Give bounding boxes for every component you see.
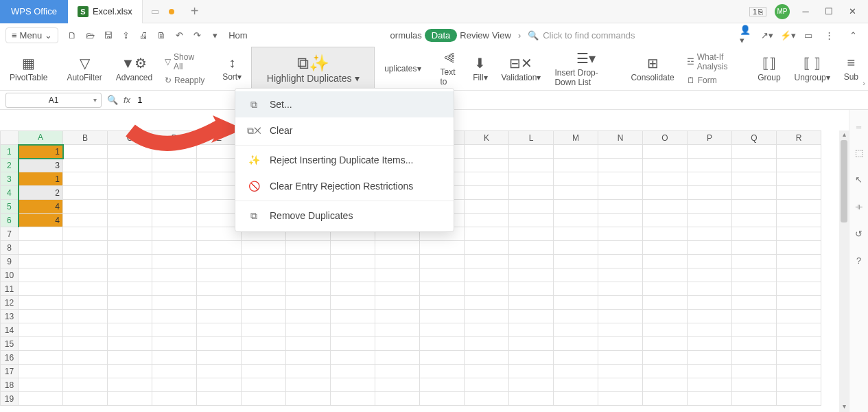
zoom-out-icon[interactable]: 🔍 <box>107 95 118 105</box>
cell[interactable] <box>420 392 465 406</box>
cell[interactable] <box>286 323 331 337</box>
column-header[interactable]: A <box>19 131 63 145</box>
cell[interactable] <box>688 365 732 378</box>
column-header[interactable]: B <box>63 131 108 145</box>
scroll-down-icon[interactable]: ▾ <box>839 402 849 412</box>
cell[interactable] <box>63 310 108 323</box>
cell[interactable] <box>286 255 331 268</box>
cell[interactable] <box>554 337 598 351</box>
cell[interactable] <box>63 159 108 172</box>
close-button[interactable]: ✕ <box>845 4 860 19</box>
cell[interactable] <box>286 365 331 378</box>
cell[interactable] <box>643 145 688 159</box>
cell[interactable] <box>643 172 688 186</box>
cell[interactable] <box>465 227 509 241</box>
menu-item-set[interactable]: ⧉ Set... <box>235 91 454 117</box>
cell[interactable] <box>63 351 108 365</box>
cell[interactable] <box>331 365 375 378</box>
window-count-badge[interactable]: 1⎘ <box>749 7 766 16</box>
cell[interactable] <box>554 172 598 186</box>
cell[interactable] <box>197 392 242 406</box>
cell[interactable] <box>643 310 688 323</box>
cell[interactable] <box>63 186 108 200</box>
vertical-scrollbar[interactable]: ▴ ▾ <box>839 130 849 412</box>
cell[interactable] <box>286 351 331 365</box>
cell[interactable] <box>19 378 63 392</box>
share-icon[interactable]: ↗▾ <box>760 28 774 42</box>
cell[interactable] <box>108 172 152 186</box>
open-icon[interactable]: 🗁 <box>83 28 97 42</box>
cell[interactable] <box>777 296 821 310</box>
reapply-button[interactable]: ↻ Reapply <box>162 74 207 87</box>
row-header[interactable]: 3 <box>1 172 19 186</box>
cell[interactable] <box>19 255 63 268</box>
cell[interactable] <box>777 310 821 323</box>
cell[interactable] <box>19 337 63 351</box>
cell[interactable] <box>465 255 509 268</box>
cell[interactable] <box>688 296 732 310</box>
row-header[interactable]: 9 <box>1 255 19 268</box>
cell[interactable] <box>598 268 643 282</box>
cell[interactable] <box>63 378 108 392</box>
cell[interactable] <box>509 378 554 392</box>
cell[interactable] <box>688 227 732 241</box>
cell[interactable] <box>152 268 197 282</box>
cell[interactable] <box>242 323 286 337</box>
cell[interactable] <box>643 337 688 351</box>
cell[interactable] <box>63 241 108 255</box>
cell[interactable] <box>63 337 108 351</box>
cell[interactable] <box>509 159 554 172</box>
cell[interactable] <box>19 282 63 296</box>
row-header[interactable]: 7 <box>1 227 19 241</box>
show-all-button[interactable]: ▽ Show All <box>162 51 207 73</box>
cell[interactable] <box>108 159 152 172</box>
select-tool-icon[interactable]: ⬚ <box>855 148 863 158</box>
cell[interactable] <box>152 200 197 214</box>
cell[interactable] <box>643 186 688 200</box>
cell[interactable] <box>688 172 732 186</box>
cell[interactable] <box>732 255 777 268</box>
cell[interactable] <box>554 268 598 282</box>
row-header[interactable]: 13 <box>1 310 19 323</box>
cell[interactable] <box>197 365 242 378</box>
column-header[interactable]: O <box>643 131 688 145</box>
cell[interactable] <box>688 255 732 268</box>
cell[interactable] <box>63 145 108 159</box>
cell[interactable] <box>777 282 821 296</box>
cell[interactable] <box>465 337 509 351</box>
cell[interactable] <box>509 145 554 159</box>
account-icon[interactable]: 👤▾ <box>740 28 753 42</box>
cell[interactable] <box>598 351 643 365</box>
row-header[interactable]: 5 <box>1 200 19 214</box>
cell[interactable] <box>19 268 63 282</box>
cell[interactable] <box>509 365 554 378</box>
cell[interactable] <box>63 323 108 337</box>
cell[interactable] <box>465 145 509 159</box>
column-header[interactable]: N <box>598 131 643 145</box>
menu-button[interactable]: ≡ Menu ⌄ <box>5 27 58 43</box>
cell[interactable] <box>732 365 777 378</box>
cell[interactable] <box>732 351 777 365</box>
tab-data[interactable]: Data <box>425 29 457 42</box>
app-badge[interactable]: WPS Office <box>0 0 68 23</box>
menu-item-clear[interactable]: ⧉✕ Clear <box>235 117 454 144</box>
cell[interactable] <box>643 255 688 268</box>
sort-button[interactable]: ↕ Sort▾ <box>218 52 246 84</box>
new-tab-button[interactable]: + <box>184 3 206 19</box>
cell[interactable] <box>63 268 108 282</box>
lightning-icon[interactable]: ⚡▾ <box>781 28 795 42</box>
column-header[interactable]: K <box>465 131 509 145</box>
cell[interactable] <box>152 255 197 268</box>
cell[interactable] <box>375 241 420 255</box>
cell[interactable] <box>598 310 643 323</box>
cell[interactable] <box>108 323 152 337</box>
select-all-corner[interactable] <box>1 131 19 145</box>
cell[interactable] <box>375 310 420 323</box>
cell[interactable] <box>554 365 598 378</box>
tab-home[interactable]: Hom <box>228 30 247 41</box>
cell[interactable] <box>420 296 465 310</box>
cell[interactable] <box>554 310 598 323</box>
cell[interactable] <box>152 186 197 200</box>
cell[interactable] <box>63 392 108 406</box>
cell[interactable] <box>777 392 821 406</box>
